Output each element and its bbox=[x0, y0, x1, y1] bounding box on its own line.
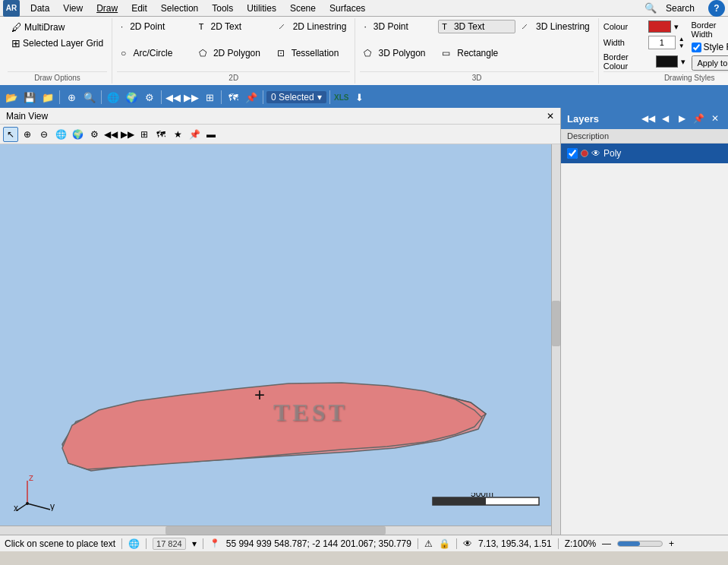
zoom-in-tool[interactable]: ⊕ bbox=[20, 127, 35, 142]
canvas-viewport[interactable]: + TEST 500m z x bbox=[0, 144, 560, 535]
back-tool[interactable]: ◀◀ bbox=[103, 127, 118, 142]
save-button[interactable]: 💾 bbox=[21, 89, 38, 106]
pin-button[interactable]: 📌 bbox=[243, 89, 260, 106]
map-style-button[interactable]: 🗺 bbox=[225, 89, 241, 106]
2d-text-button[interactable]: T 2D Text bbox=[195, 20, 273, 33]
layers-nav-next[interactable]: ▶ bbox=[675, 112, 689, 125]
vertical-scrollbar[interactable] bbox=[551, 144, 560, 535]
help-button[interactable]: ? bbox=[708, 0, 725, 17]
rectangle-button[interactable]: ▭ Rectangle bbox=[438, 46, 515, 60]
style-from-layer-checkbox-label[interactable]: Style From Layer bbox=[692, 42, 729, 52]
status-sep-2 bbox=[146, 538, 147, 549]
canvas-close-btn[interactable]: ✕ bbox=[547, 111, 554, 122]
layers-col-header: Description bbox=[561, 129, 728, 144]
zoom-minus-button[interactable]: — bbox=[602, 538, 611, 549]
grid-button[interactable]: ⊞ bbox=[201, 89, 218, 106]
colour-swatch[interactable] bbox=[648, 21, 671, 33]
click-message: Click on scene to place text bbox=[5, 538, 115, 549]
selected-dropdown[interactable]: ▾ bbox=[317, 92, 322, 103]
svg-text:500m: 500m bbox=[471, 493, 493, 499]
multidraw-button[interactable]: 🖊 MultiDraw bbox=[8, 20, 68, 35]
2d-point-button[interactable]: · 2D Point bbox=[117, 20, 194, 33]
zoom-slider[interactable] bbox=[617, 541, 663, 547]
menu-search[interactable]: Search bbox=[660, 2, 701, 15]
ribbon: 🖊 MultiDraw ⊞ Selected Layer Grid Draw O… bbox=[0, 17, 728, 87]
border-colour-label: Border Colour bbox=[604, 52, 653, 71]
open-file-button[interactable]: 📂 bbox=[3, 89, 20, 106]
style-from-layer-checkbox[interactable] bbox=[692, 43, 701, 52]
tessellation-button[interactable]: ⊡ Tessellation bbox=[273, 46, 351, 60]
toolbar-sep-6 bbox=[329, 90, 330, 104]
excel-export-button[interactable]: XLS bbox=[333, 89, 350, 106]
grid-tool[interactable]: ⊞ bbox=[137, 127, 152, 142]
settings-button[interactable]: ⚙ bbox=[141, 89, 158, 106]
zoom-select-button[interactable]: 🔍 bbox=[81, 89, 98, 106]
globe2-tool[interactable]: 🌍 bbox=[70, 127, 85, 142]
zoom-fit-button[interactable]: ⊕ bbox=[63, 89, 80, 106]
nav-back-button[interactable]: ◀◀ bbox=[165, 89, 181, 106]
selected-layer-grid-button[interactable]: ⊞ Selected Layer Grid bbox=[8, 36, 107, 51]
layers-close[interactable]: ✕ bbox=[708, 112, 722, 125]
id-display: 17 824 bbox=[153, 538, 186, 550]
scale-bar-svg: 500m bbox=[425, 493, 547, 511]
svg-text:z: z bbox=[29, 473, 33, 483]
nav-forward-button[interactable]: ▶▶ bbox=[183, 89, 200, 106]
menu-edit[interactable]: Edit bbox=[125, 2, 153, 15]
2d-polygon-button[interactable]: ⬠ 2D Polygon bbox=[195, 46, 273, 60]
menu-surfaces[interactable]: Surfaces bbox=[323, 2, 371, 15]
zoom-plus-button[interactable]: + bbox=[669, 538, 674, 549]
layer-poly-checkbox[interactable] bbox=[567, 148, 578, 159]
star-tool[interactable]: ★ bbox=[170, 127, 185, 142]
colour-label: Colour bbox=[604, 22, 645, 31]
layers-title: Layers bbox=[567, 113, 638, 125]
layer-poly-eye[interactable]: 👁 bbox=[591, 148, 600, 159]
settings-tool[interactable]: ⚙ bbox=[87, 127, 102, 142]
layers-nav-first[interactable]: ◀◀ bbox=[641, 112, 655, 125]
globe-local-button[interactable]: 🌐 bbox=[105, 89, 121, 106]
statusbar: Click on scene to place text 🌐 17 824 ▾ … bbox=[0, 535, 728, 551]
menu-utilities[interactable]: Utilities bbox=[241, 2, 282, 15]
zoom-out-tool[interactable]: ⊖ bbox=[36, 127, 52, 142]
border-colour-swatch[interactable] bbox=[656, 55, 678, 68]
layers-pin[interactable]: 📌 bbox=[692, 112, 705, 125]
layer-row-poly[interactable]: 👁 Poly bbox=[561, 144, 728, 163]
globe1-tool[interactable]: 🌐 bbox=[53, 127, 68, 142]
bar-tool[interactable]: ▬ bbox=[203, 127, 219, 142]
2d-linestring-button[interactable]: ⟋ 2D Linestring bbox=[273, 20, 351, 33]
selected-badge: 0 Selected ▾ bbox=[266, 91, 326, 103]
menu-scene[interactable]: Scene bbox=[284, 2, 322, 15]
3d-point-button[interactable]: · 3D Point bbox=[360, 20, 437, 33]
3d-polygon-button[interactable]: ⬠ 3D Polygon bbox=[360, 46, 437, 60]
selected-count: 0 Selected bbox=[271, 92, 314, 103]
globe-online-button[interactable]: 🌍 bbox=[123, 89, 140, 106]
width-spinner[interactable]: ▲▼ bbox=[679, 36, 685, 49]
menu-draw[interactable]: Draw bbox=[90, 2, 124, 15]
status-sep-5 bbox=[456, 538, 457, 549]
menu-selection[interactable]: Selection bbox=[155, 2, 204, 15]
menu-view[interactable]: View bbox=[57, 2, 89, 15]
layer-poly-name: Poly bbox=[604, 148, 722, 159]
dropdown-arrow[interactable]: ▾ bbox=[192, 538, 197, 549]
toolbar-sep-5 bbox=[263, 90, 263, 104]
layer-poly-color bbox=[581, 150, 588, 157]
pointer-tool[interactable]: ↖ bbox=[3, 127, 18, 142]
ribbon-group-3d: · 3D Point T 3D Text ⟋ 3D Linestring ⬠ 3… bbox=[355, 18, 598, 84]
arc-circle-button[interactable]: ○ Arc/Circle bbox=[117, 46, 194, 60]
pin-tool[interactable]: 📌 bbox=[187, 127, 202, 142]
map-tool[interactable]: 🗺 bbox=[153, 127, 169, 142]
3d-text-button[interactable]: T 3D Text bbox=[438, 20, 515, 33]
3d-linestring-button[interactable]: ⟋ 3D Linestring bbox=[516, 20, 594, 33]
download-button[interactable]: ⬇ bbox=[351, 89, 368, 106]
width-input[interactable] bbox=[648, 36, 676, 49]
apply-to-selected-button[interactable]: Apply to selected bbox=[692, 55, 729, 71]
menu-tools[interactable]: Tools bbox=[206, 2, 239, 15]
width-label: Width bbox=[604, 38, 645, 47]
status-sep-6 bbox=[558, 538, 559, 549]
forward-tool[interactable]: ▶▶ bbox=[120, 127, 135, 142]
toolbar-sep-2 bbox=[101, 90, 102, 104]
folder-button[interactable]: 📁 bbox=[39, 89, 56, 106]
layers-nav-prev[interactable]: ◀ bbox=[658, 112, 672, 125]
main-area: Main View ✕ ↖ ⊕ ⊖ 🌐 🌍 ⚙ ◀◀ ▶▶ ⊞ 🗺 ★ 📌 ▬ bbox=[0, 108, 728, 535]
horizontal-scrollbar[interactable] bbox=[0, 526, 551, 535]
menu-data[interactable]: Data bbox=[24, 2, 55, 15]
